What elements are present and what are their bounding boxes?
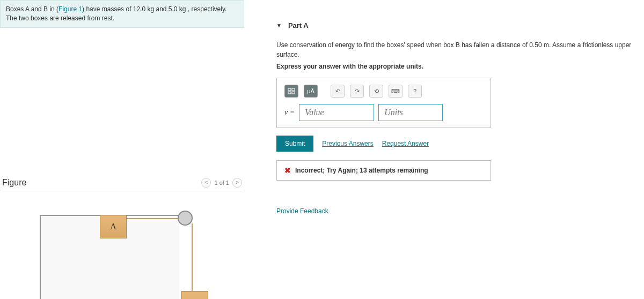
problem-statement: Boxes A and B in (Figure 1) have masses … — [0, 0, 244, 28]
figure-title: Figure — [2, 178, 26, 188]
figure-nav: < 1 of 1 > — [201, 178, 242, 188]
problem-text-before: Boxes A and B in ( — [6, 5, 58, 13]
part-title: Part A — [288, 21, 309, 29]
units-input[interactable] — [378, 104, 443, 121]
instruction-text: Use conservation of energy to find the b… — [276, 40, 639, 59]
provide-feedback-link[interactable]: Provide Feedback — [276, 207, 328, 215]
undo-icon[interactable]: ↶ — [331, 85, 345, 98]
value-input[interactable] — [299, 104, 374, 121]
caret-down-icon: ▼ — [276, 23, 282, 28]
part-header[interactable]: ▼ Part A — [276, 21, 639, 29]
template-icon[interactable] — [284, 85, 298, 98]
units-button[interactable]: μÅ — [304, 85, 318, 98]
figure-diagram: A B — [2, 199, 242, 299]
reset-icon[interactable]: ⟲ — [369, 85, 383, 98]
action-row: Submit Previous Answers Request Answer — [276, 136, 639, 152]
request-answer-link[interactable]: Request Answer — [382, 140, 429, 147]
figure-prev-button[interactable]: < — [201, 178, 211, 188]
box-b: B — [181, 291, 208, 299]
feedback-box: ✖ Incorrect; Try Again; 13 attempts rema… — [276, 160, 491, 181]
answer-box: μÅ ↶ ↷ ⟲ ⌨ ? v = — [276, 78, 491, 128]
figure-next-button[interactable]: > — [232, 178, 242, 188]
box-a: A — [100, 215, 127, 238]
left-column: Boxes A and B in (Figure 1) have masses … — [0, 0, 244, 299]
feedback-text: Incorrect; Try Again; 13 attempts remain… — [295, 167, 428, 174]
instruction-bold: Express your answer with the appropriate… — [276, 63, 639, 70]
pulley — [178, 211, 193, 226]
figure-section: Figure < 1 of 1 > A B — [0, 178, 244, 299]
svg-rect-3 — [292, 92, 295, 94]
figure-nav-label: 1 of 1 — [214, 180, 229, 186]
svg-rect-2 — [288, 92, 291, 94]
previous-answers-link[interactable]: Previous Answers — [322, 140, 373, 147]
keyboard-icon[interactable]: ⌨ — [389, 85, 402, 98]
figure-ref-link[interactable]: Figure 1 — [58, 5, 82, 13]
right-column: ▼ Part A Use conservation of energy to f… — [244, 0, 644, 299]
submit-button[interactable]: Submit — [276, 136, 313, 152]
variable-label: v = — [284, 108, 295, 117]
answer-toolbar: μÅ ↶ ↷ ⟲ ⌨ ? — [284, 85, 483, 98]
redo-icon[interactable]: ↷ — [350, 85, 364, 98]
incorrect-icon: ✖ — [284, 166, 291, 175]
svg-rect-1 — [292, 88, 295, 91]
svg-rect-0 — [288, 88, 291, 91]
help-icon[interactable]: ? — [408, 85, 422, 98]
